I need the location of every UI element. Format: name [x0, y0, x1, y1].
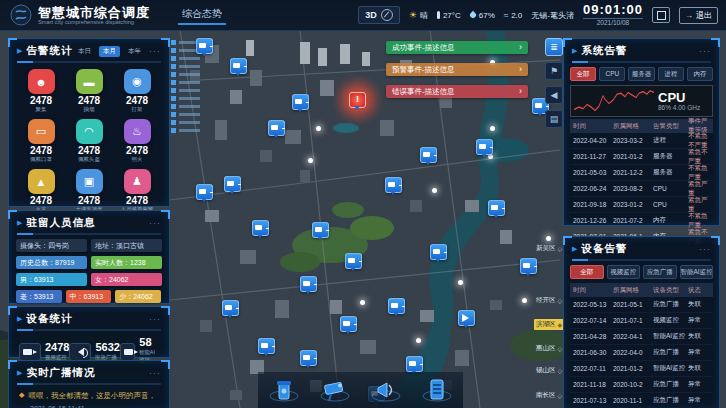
more-menu-button[interactable]: ···	[149, 314, 161, 324]
more-menu-button[interactable]: ···	[699, 244, 711, 254]
map-marker[interactable]	[252, 220, 269, 236]
map-marker[interactable]	[490, 126, 495, 131]
district-label[interactable]: 滨湖区 ◆	[534, 319, 564, 330]
table-row[interactable]: 2022-07-11 2021-01-2 智能AI监控 失联	[570, 361, 713, 377]
map-marker[interactable]	[312, 222, 329, 238]
system-alarm-tab[interactable]: CPU	[599, 67, 625, 81]
map-marker[interactable]	[520, 258, 537, 274]
cell-type: 应急广播	[653, 348, 688, 357]
district-label[interactable]: 惠山区 ◇	[536, 344, 562, 353]
layers-tool-icon[interactable]: ≣	[545, 38, 563, 56]
map-marker[interactable]	[308, 158, 313, 163]
alarm-period-tab[interactable]: 本日	[74, 46, 95, 57]
map-marker[interactable]	[268, 120, 285, 136]
more-menu-button[interactable]: ···	[149, 218, 161, 228]
radio-tool-icon[interactable]: ▤	[545, 110, 563, 128]
district-label[interactable]: 新吴区 ◇	[536, 244, 562, 253]
map-marker[interactable]	[196, 38, 213, 54]
event-banner[interactable]: 预警事件-描述信息 ›	[386, 63, 528, 76]
table-row[interactable]: 2021-11-18 2020-10-2 应急广播 异常	[570, 377, 713, 393]
map-marker[interactable]	[196, 184, 213, 200]
device-alarm-tab[interactable]: 全部	[570, 265, 604, 279]
map-marker[interactable]	[316, 126, 321, 131]
alarm-period-tab[interactable]: 本年	[124, 46, 145, 57]
device-alarm-tab[interactable]: 视频监控	[607, 265, 641, 279]
fullscreen-button[interactable]	[652, 7, 670, 23]
hydrant-tool-icon[interactable]	[266, 375, 302, 405]
alarm-tile[interactable]: ♨ 2478 明火	[113, 119, 161, 163]
map-marker[interactable]	[349, 92, 366, 108]
map-tool-strip: ≣ ⚑ ◀ ▤	[545, 38, 563, 128]
alarm-tile[interactable]: ☻ 2478 聚集	[17, 69, 65, 113]
more-menu-button[interactable]: ···	[699, 46, 711, 56]
district-label[interactable]: 锡山区 ◇	[536, 366, 562, 375]
more-menu-button[interactable]: ···	[149, 368, 161, 378]
table-row[interactable]: 2022-05-13 2021-05-1 应急广播 失联	[570, 297, 713, 313]
exit-button[interactable]: → 退出	[679, 7, 718, 24]
map-marker[interactable]	[300, 350, 317, 366]
map-marker[interactable]	[385, 177, 402, 193]
map-marker[interactable]	[432, 188, 437, 193]
event-banner[interactable]: 成功事件-描述信息 ›	[386, 41, 528, 54]
map-marker[interactable]	[546, 236, 551, 241]
map-marker[interactable]	[388, 298, 405, 314]
alarm-tile[interactable]: ♟ 2478 人员越界告警	[113, 169, 161, 213]
event-banner[interactable]: 错误事件-描述信息 ›	[386, 85, 528, 98]
table-row[interactable]: 2021-04-28 2022-04-1 智能AI监控 失联	[570, 329, 713, 345]
map-marker[interactable]	[458, 310, 475, 326]
map-marker[interactable]	[458, 280, 463, 285]
map-marker[interactable]	[292, 94, 309, 110]
map-marker[interactable]	[340, 316, 357, 332]
table-row[interactable]: 2021-06-30 2022-04-0 应急广播 异常	[570, 345, 713, 361]
system-alarm-title: 系统告警	[581, 44, 699, 58]
alarm-tile[interactable]: ▬ 2478 抽烟	[65, 69, 113, 113]
system-alarm-tab[interactable]: 服务器	[628, 67, 654, 81]
map-marker[interactable]	[420, 147, 437, 163]
district-label[interactable]: 经开区 ◇	[536, 296, 562, 305]
table-row[interactable]: 2021-07-13 2020-11-1 应急广播 异常	[570, 393, 713, 408]
cctv-camera-tool-icon[interactable]	[317, 375, 353, 405]
cell-state: 异常	[688, 396, 710, 405]
map-marker[interactable]	[230, 58, 247, 74]
humidity-value: 67%	[479, 11, 495, 20]
district-label[interactable]: 南长区 ◇	[536, 391, 562, 400]
more-menu-button[interactable]: ···	[149, 46, 161, 56]
map-marker[interactable]	[488, 200, 505, 216]
alarm-tile[interactable]: ◉ 2478 打架	[113, 69, 161, 113]
system-alarm-tab[interactable]: 全部	[570, 67, 596, 81]
alarm-tile[interactable]: ◠ 2478 佩戴头盔	[65, 119, 113, 163]
district-name: 经开区	[536, 296, 556, 305]
device-stat-value: 58	[139, 337, 159, 348]
map-layer-list[interactable]	[171, 40, 176, 134]
map-marker[interactable]	[476, 139, 493, 155]
table-row[interactable]: 2022-07-14 2021-07-1 视频监控 异常	[570, 313, 713, 329]
map-marker[interactable]	[300, 276, 317, 292]
tab-overview[interactable]: 综合态势	[178, 5, 226, 25]
system-alarm-tab[interactable]: 内存	[687, 67, 713, 81]
cell-grid: 2023-08-2	[613, 185, 653, 192]
cell-grid: 2021-12-2	[613, 169, 653, 176]
alarm-period-tab[interactable]: 本月	[99, 46, 120, 57]
map-marker[interactable]	[360, 300, 365, 305]
alarm-tile[interactable]: ▲ 2478 火灾	[17, 169, 65, 213]
system-alarm-tab[interactable]: 进程	[658, 67, 684, 81]
map-marker[interactable]	[224, 176, 241, 192]
device-alarm-tab[interactable]: 应急广播	[643, 265, 677, 279]
alarm-tile[interactable]: ▣ 2478 土渣车顶盖	[65, 169, 113, 213]
map-marker[interactable]	[222, 300, 239, 316]
speaker-tool-icon[interactable]: ◀	[545, 86, 563, 104]
map-marker[interactable]	[416, 338, 421, 343]
device-alarm-tab[interactable]: 智能AI监控	[680, 265, 714, 279]
map-marker[interactable]	[258, 338, 275, 354]
map-marker[interactable]	[430, 244, 447, 260]
alarm-tile[interactable]: ▭ 2478 佩戴口罩	[17, 119, 65, 163]
view-3d-toggle[interactable]: 3D	[358, 6, 400, 24]
map-marker[interactable]	[406, 356, 423, 372]
map-marker[interactable]	[345, 253, 362, 269]
cpu-title: CPU	[658, 91, 712, 104]
loudspeaker-tool-icon[interactable]	[368, 375, 404, 405]
cell-state: 失联	[688, 364, 710, 373]
map-marker[interactable]	[522, 298, 527, 303]
flag-tool-icon[interactable]: ⚑	[545, 62, 563, 80]
server-tool-icon[interactable]	[419, 375, 455, 405]
